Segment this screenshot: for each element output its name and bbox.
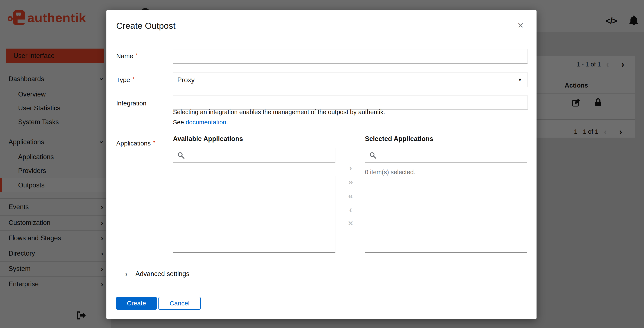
- type-label: Type*: [116, 76, 134, 83]
- selected-applications-header: Selected Applications: [365, 135, 433, 143]
- name-label: Name*: [116, 52, 138, 60]
- available-search-input[interactable]: [187, 148, 333, 162]
- screen: authentik </> User interface Dashboards …: [0, 0, 644, 328]
- remove-all-icon[interactable]: «: [346, 191, 356, 201]
- type-select-value: Proxy: [173, 76, 195, 84]
- cancel-button[interactable]: Cancel: [158, 297, 201, 310]
- available-search-box: [173, 148, 336, 163]
- integration-label: Integration: [116, 100, 146, 107]
- available-applications-list[interactable]: [173, 176, 336, 253]
- modal-title: Create Outpost: [116, 21, 176, 31]
- type-select[interactable]: Proxy ▼: [173, 72, 528, 87]
- selected-count-label: 0 item(s) selected.: [365, 169, 416, 176]
- search-icon: [177, 152, 185, 159]
- integration-help-text: Selecting an integration enables the man…: [173, 109, 385, 116]
- advanced-settings-toggle[interactable]: Advanced settings: [136, 270, 189, 278]
- close-icon[interactable]: ✕: [515, 20, 526, 31]
- integration-help-line2: See documentation.: [173, 119, 228, 126]
- chevron-right-icon[interactable]: ›: [125, 270, 128, 278]
- delete-icon[interactable]: ✕: [346, 218, 356, 228]
- documentation-link[interactable]: documentation: [186, 119, 226, 126]
- selected-search-input[interactable]: [379, 148, 525, 162]
- applications-label: Applications*: [116, 140, 155, 147]
- add-selected-icon[interactable]: ›: [346, 163, 356, 173]
- required-marker: *: [153, 140, 155, 145]
- create-outpost-modal: Create Outpost ✕ Name* Type* Proxy ▼ Int…: [106, 10, 536, 319]
- required-marker: *: [133, 76, 134, 82]
- search-icon: [369, 152, 377, 159]
- name-input[interactable]: [173, 49, 528, 64]
- selected-search-box: [365, 148, 527, 163]
- caret-down-icon: ▼: [518, 77, 522, 83]
- available-applications-header: Available Applications: [173, 135, 243, 143]
- required-marker: *: [136, 52, 138, 58]
- integration-select-value: ---------: [173, 99, 202, 107]
- selected-applications-list[interactable]: [365, 176, 527, 253]
- remove-selected-icon[interactable]: ‹: [346, 205, 356, 214]
- add-all-icon[interactable]: »: [346, 177, 356, 187]
- create-button[interactable]: Create: [116, 297, 157, 310]
- integration-select[interactable]: ---------: [173, 95, 528, 110]
